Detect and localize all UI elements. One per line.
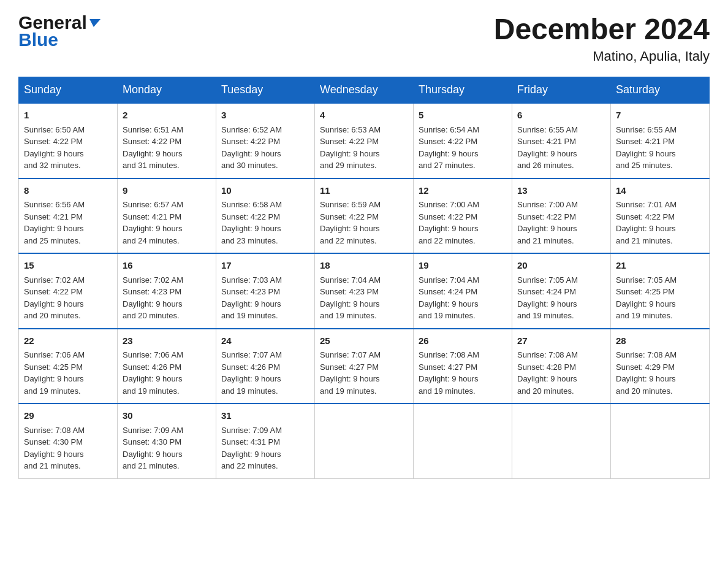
day-number: 7 <box>616 109 704 123</box>
calendar-day-16: 16Sunrise: 7:02 AMSunset: 4:23 PMDayligh… <box>118 253 216 329</box>
page-header: General Blue December 2024 Matino, Apuli… <box>18 12 710 64</box>
day-number: 27 <box>517 334 605 348</box>
day-info: Sunrise: 7:08 AMSunset: 4:28 PMDaylight:… <box>517 349 605 397</box>
day-number: 31 <box>221 409 309 423</box>
header-monday: Monday <box>118 77 216 104</box>
header-thursday: Thursday <box>414 77 512 104</box>
day-info: Sunrise: 7:02 AMSunset: 4:22 PMDaylight:… <box>24 274 112 322</box>
day-info: Sunrise: 6:50 AMSunset: 4:22 PMDaylight:… <box>24 124 112 172</box>
day-number: 9 <box>123 184 211 198</box>
calendar-day-30: 30Sunrise: 7:09 AMSunset: 4:30 PMDayligh… <box>118 404 216 478</box>
calendar-week-1: 1Sunrise: 6:50 AMSunset: 4:22 PMDaylight… <box>19 103 710 178</box>
calendar-week-5: 29Sunrise: 7:08 AMSunset: 4:30 PMDayligh… <box>19 404 710 478</box>
day-info: Sunrise: 6:53 AMSunset: 4:22 PMDaylight:… <box>320 124 408 172</box>
calendar-day-6: 6Sunrise: 6:55 AMSunset: 4:21 PMDaylight… <box>512 103 611 178</box>
calendar-day-14: 14Sunrise: 7:01 AMSunset: 4:22 PMDayligh… <box>611 178 710 254</box>
calendar-day-29: 29Sunrise: 7:08 AMSunset: 4:30 PMDayligh… <box>19 404 118 478</box>
calendar-day-2: 2Sunrise: 6:51 AMSunset: 4:22 PMDaylight… <box>118 103 216 178</box>
calendar-header-row: SundayMondayTuesdayWednesdayThursdayFrid… <box>19 77 710 104</box>
day-number: 5 <box>419 109 507 123</box>
empty-cell <box>414 404 512 478</box>
calendar-week-2: 8Sunrise: 6:56 AMSunset: 4:21 PMDaylight… <box>19 178 710 254</box>
day-info: Sunrise: 6:55 AMSunset: 4:21 PMDaylight:… <box>616 124 704 172</box>
calendar-table: SundayMondayTuesdayWednesdayThursdayFrid… <box>18 77 710 479</box>
logo-arrow-icon <box>88 19 100 27</box>
day-number: 15 <box>24 259 112 273</box>
day-info: Sunrise: 6:52 AMSunset: 4:22 PMDaylight:… <box>221 124 309 172</box>
calendar-day-26: 26Sunrise: 7:08 AMSunset: 4:27 PMDayligh… <box>414 329 512 404</box>
day-info: Sunrise: 7:07 AMSunset: 4:26 PMDaylight:… <box>221 349 309 397</box>
day-info: Sunrise: 7:00 AMSunset: 4:22 PMDaylight:… <box>517 199 605 247</box>
calendar-day-31: 31Sunrise: 7:09 AMSunset: 4:31 PMDayligh… <box>216 404 315 478</box>
day-info: Sunrise: 6:56 AMSunset: 4:21 PMDaylight:… <box>24 199 112 247</box>
calendar-day-23: 23Sunrise: 7:06 AMSunset: 4:26 PMDayligh… <box>118 329 216 404</box>
header-tuesday: Tuesday <box>216 77 315 104</box>
day-info: Sunrise: 7:08 AMSunset: 4:27 PMDaylight:… <box>419 349 507 397</box>
calendar-day-18: 18Sunrise: 7:04 AMSunset: 4:23 PMDayligh… <box>315 253 414 329</box>
day-number: 6 <box>517 109 605 123</box>
day-number: 29 <box>24 409 112 423</box>
day-info: Sunrise: 6:55 AMSunset: 4:21 PMDaylight:… <box>517 124 605 172</box>
day-number: 10 <box>221 184 309 198</box>
calendar-day-24: 24Sunrise: 7:07 AMSunset: 4:26 PMDayligh… <box>216 329 315 404</box>
calendar-day-9: 9Sunrise: 6:57 AMSunset: 4:21 PMDaylight… <box>118 178 216 254</box>
day-number: 28 <box>616 334 704 348</box>
day-info: Sunrise: 6:51 AMSunset: 4:22 PMDaylight:… <box>123 124 211 172</box>
day-number: 3 <box>221 109 309 123</box>
calendar-day-4: 4Sunrise: 6:53 AMSunset: 4:22 PMDaylight… <box>315 103 414 178</box>
day-number: 18 <box>320 259 408 273</box>
header-wednesday: Wednesday <box>315 77 414 104</box>
day-number: 14 <box>616 184 704 198</box>
day-number: 20 <box>517 259 605 273</box>
calendar-week-4: 22Sunrise: 7:06 AMSunset: 4:25 PMDayligh… <box>19 329 710 404</box>
day-number: 19 <box>419 259 507 273</box>
header-sunday: Sunday <box>19 77 118 104</box>
day-number: 25 <box>320 334 408 348</box>
calendar-day-17: 17Sunrise: 7:03 AMSunset: 4:23 PMDayligh… <box>216 253 315 329</box>
day-number: 30 <box>123 409 211 423</box>
day-number: 1 <box>24 109 112 123</box>
day-number: 16 <box>123 259 211 273</box>
day-info: Sunrise: 7:01 AMSunset: 4:22 PMDaylight:… <box>616 199 704 247</box>
calendar-day-8: 8Sunrise: 6:56 AMSunset: 4:21 PMDaylight… <box>19 178 118 254</box>
day-info: Sunrise: 7:00 AMSunset: 4:22 PMDaylight:… <box>419 199 507 247</box>
calendar-day-22: 22Sunrise: 7:06 AMSunset: 4:25 PMDayligh… <box>19 329 118 404</box>
calendar-day-5: 5Sunrise: 6:54 AMSunset: 4:22 PMDaylight… <box>414 103 512 178</box>
empty-cell <box>512 404 611 478</box>
header-saturday: Saturday <box>611 77 710 104</box>
day-info: Sunrise: 7:08 AMSunset: 4:29 PMDaylight:… <box>616 349 704 397</box>
calendar-day-3: 3Sunrise: 6:52 AMSunset: 4:22 PMDaylight… <box>216 103 315 178</box>
calendar-day-12: 12Sunrise: 7:00 AMSunset: 4:22 PMDayligh… <box>414 178 512 254</box>
day-number: 12 <box>419 184 507 198</box>
day-number: 11 <box>320 184 408 198</box>
calendar-day-25: 25Sunrise: 7:07 AMSunset: 4:27 PMDayligh… <box>315 329 414 404</box>
day-number: 26 <box>419 334 507 348</box>
day-number: 22 <box>24 334 112 348</box>
calendar-day-11: 11Sunrise: 6:59 AMSunset: 4:22 PMDayligh… <box>315 178 414 254</box>
logo-blue-text: Blue <box>18 29 100 50</box>
day-info: Sunrise: 7:04 AMSunset: 4:23 PMDaylight:… <box>320 274 408 322</box>
title-section: December 2024 Matino, Apulia, Italy <box>494 12 710 64</box>
day-info: Sunrise: 7:09 AMSunset: 4:31 PMDaylight:… <box>221 424 309 472</box>
day-info: Sunrise: 7:05 AMSunset: 4:25 PMDaylight:… <box>616 274 704 322</box>
month-title: December 2024 <box>494 12 710 46</box>
day-info: Sunrise: 6:58 AMSunset: 4:22 PMDaylight:… <box>221 199 309 247</box>
calendar-week-3: 15Sunrise: 7:02 AMSunset: 4:22 PMDayligh… <box>19 253 710 329</box>
day-info: Sunrise: 6:57 AMSunset: 4:21 PMDaylight:… <box>123 199 211 247</box>
day-number: 21 <box>616 259 704 273</box>
calendar-day-28: 28Sunrise: 7:08 AMSunset: 4:29 PMDayligh… <box>611 329 710 404</box>
day-info: Sunrise: 7:09 AMSunset: 4:30 PMDaylight:… <box>123 424 211 472</box>
day-info: Sunrise: 7:08 AMSunset: 4:30 PMDaylight:… <box>24 424 112 472</box>
calendar-day-1: 1Sunrise: 6:50 AMSunset: 4:22 PMDaylight… <box>19 103 118 178</box>
day-info: Sunrise: 7:02 AMSunset: 4:23 PMDaylight:… <box>123 274 211 322</box>
day-info: Sunrise: 7:06 AMSunset: 4:26 PMDaylight:… <box>123 349 211 397</box>
day-number: 17 <box>221 259 309 273</box>
day-info: Sunrise: 7:05 AMSunset: 4:24 PMDaylight:… <box>517 274 605 322</box>
day-info: Sunrise: 7:04 AMSunset: 4:24 PMDaylight:… <box>419 274 507 322</box>
empty-cell <box>315 404 414 478</box>
day-info: Sunrise: 7:07 AMSunset: 4:27 PMDaylight:… <box>320 349 408 397</box>
calendar-day-27: 27Sunrise: 7:08 AMSunset: 4:28 PMDayligh… <box>512 329 611 404</box>
empty-cell <box>611 404 710 478</box>
day-number: 24 <box>221 334 309 348</box>
calendar-day-13: 13Sunrise: 7:00 AMSunset: 4:22 PMDayligh… <box>512 178 611 254</box>
